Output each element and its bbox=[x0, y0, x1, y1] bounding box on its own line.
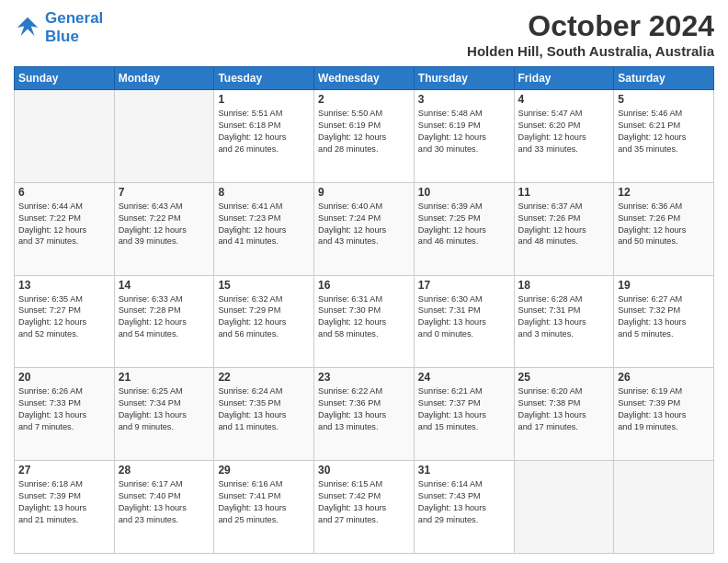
calendar-cell bbox=[614, 461, 714, 554]
day-number: 3 bbox=[418, 93, 510, 106]
cell-content: Sunrise: 6:31 AM Sunset: 7:30 PM Dayligh… bbox=[318, 293, 410, 341]
day-number: 28 bbox=[119, 464, 210, 477]
cell-content: Sunrise: 6:43 AM Sunset: 7:22 PM Dayligh… bbox=[119, 201, 210, 248]
cell-content: Sunrise: 6:21 AM Sunset: 7:37 PM Dayligh… bbox=[418, 385, 510, 433]
cell-content: Sunrise: 6:18 AM Sunset: 7:39 PM Dayligh… bbox=[18, 478, 110, 526]
calendar-cell: 5Sunrise: 5:46 AM Sunset: 6:21 PM Daylig… bbox=[614, 90, 714, 183]
cell-content: Sunrise: 6:27 AM Sunset: 7:32 PM Dayligh… bbox=[618, 293, 710, 341]
calendar-cell bbox=[114, 90, 214, 183]
weekday-header-thursday: Thursday bbox=[414, 67, 514, 90]
cell-content: Sunrise: 6:17 AM Sunset: 7:40 PM Dayligh… bbox=[119, 478, 210, 526]
day-number: 10 bbox=[418, 186, 510, 199]
weekday-header-row: SundayMondayTuesdayWednesdayThursdayFrid… bbox=[15, 67, 714, 90]
day-number: 29 bbox=[218, 464, 310, 477]
logo-icon bbox=[14, 14, 41, 41]
weekday-header-tuesday: Tuesday bbox=[214, 67, 314, 90]
cell-content: Sunrise: 6:39 AM Sunset: 7:25 PM Dayligh… bbox=[418, 201, 510, 248]
calendar-cell bbox=[15, 90, 115, 183]
location-title: Holden Hill, South Australia, Australia bbox=[467, 43, 714, 59]
cell-content: Sunrise: 5:51 AM Sunset: 6:18 PM Dayligh… bbox=[218, 108, 310, 155]
calendar-cell: 15Sunrise: 6:32 AM Sunset: 7:29 PM Dayli… bbox=[214, 275, 314, 368]
cell-content: Sunrise: 6:36 AM Sunset: 7:26 PM Dayligh… bbox=[618, 201, 710, 248]
calendar-cell: 6Sunrise: 6:44 AM Sunset: 7:22 PM Daylig… bbox=[15, 182, 115, 275]
calendar-week-1: 1Sunrise: 5:51 AM Sunset: 6:18 PM Daylig… bbox=[15, 90, 714, 183]
day-number: 30 bbox=[318, 464, 410, 477]
calendar-cell: 7Sunrise: 6:43 AM Sunset: 7:22 PM Daylig… bbox=[114, 182, 214, 275]
weekday-header-monday: Monday bbox=[114, 67, 214, 90]
calendar-cell: 8Sunrise: 6:41 AM Sunset: 7:23 PM Daylig… bbox=[214, 182, 314, 275]
day-number: 19 bbox=[618, 279, 710, 292]
cell-content: Sunrise: 6:32 AM Sunset: 7:29 PM Dayligh… bbox=[218, 293, 310, 341]
calendar-cell: 24Sunrise: 6:21 AM Sunset: 7:37 PM Dayli… bbox=[414, 368, 514, 461]
weekday-header-sunday: Sunday bbox=[15, 67, 115, 90]
day-number: 8 bbox=[218, 186, 310, 199]
cell-content: Sunrise: 6:16 AM Sunset: 7:41 PM Dayligh… bbox=[218, 478, 310, 526]
page: General Blue October 2024 Holden Hill, S… bbox=[0, 0, 728, 563]
day-number: 15 bbox=[218, 279, 310, 292]
calendar-cell: 25Sunrise: 6:20 AM Sunset: 7:38 PM Dayli… bbox=[514, 368, 614, 461]
cell-content: Sunrise: 6:41 AM Sunset: 7:23 PM Dayligh… bbox=[218, 201, 310, 248]
calendar-week-2: 6Sunrise: 6:44 AM Sunset: 7:22 PM Daylig… bbox=[15, 182, 714, 275]
weekday-header-saturday: Saturday bbox=[614, 67, 714, 90]
day-number: 27 bbox=[18, 464, 110, 477]
day-number: 23 bbox=[318, 371, 410, 384]
calendar-cell: 22Sunrise: 6:24 AM Sunset: 7:35 PM Dayli… bbox=[214, 368, 314, 461]
day-number: 26 bbox=[618, 371, 710, 384]
day-number: 20 bbox=[18, 371, 110, 384]
calendar-cell: 27Sunrise: 6:18 AM Sunset: 7:39 PM Dayli… bbox=[15, 461, 115, 554]
day-number: 11 bbox=[518, 186, 610, 199]
logo: General Blue bbox=[14, 9, 103, 47]
day-number: 17 bbox=[418, 279, 510, 292]
header: General Blue October 2024 Holden Hill, S… bbox=[14, 9, 714, 59]
cell-content: Sunrise: 6:30 AM Sunset: 7:31 PM Dayligh… bbox=[418, 293, 510, 341]
calendar-cell: 21Sunrise: 6:25 AM Sunset: 7:34 PM Dayli… bbox=[114, 368, 214, 461]
day-number: 7 bbox=[119, 186, 210, 199]
weekday-header-wednesday: Wednesday bbox=[314, 67, 415, 90]
day-number: 5 bbox=[618, 93, 710, 106]
month-title: October 2024 bbox=[467, 9, 714, 43]
calendar-week-3: 13Sunrise: 6:35 AM Sunset: 7:27 PM Dayli… bbox=[15, 275, 714, 368]
day-number: 24 bbox=[418, 371, 510, 384]
logo-general: General bbox=[45, 9, 103, 27]
calendar-cell: 14Sunrise: 6:33 AM Sunset: 7:28 PM Dayli… bbox=[114, 275, 214, 368]
svg-marker-0 bbox=[17, 17, 39, 36]
day-number: 1 bbox=[218, 93, 310, 106]
calendar-cell: 4Sunrise: 5:47 AM Sunset: 6:20 PM Daylig… bbox=[514, 90, 614, 183]
calendar-cell: 31Sunrise: 6:14 AM Sunset: 7:43 PM Dayli… bbox=[414, 461, 514, 554]
day-number: 16 bbox=[318, 279, 410, 292]
calendar-cell: 1Sunrise: 5:51 AM Sunset: 6:18 PM Daylig… bbox=[214, 90, 314, 183]
calendar-week-4: 20Sunrise: 6:26 AM Sunset: 7:33 PM Dayli… bbox=[15, 368, 714, 461]
title-block: October 2024 Holden Hill, South Australi… bbox=[467, 9, 714, 59]
day-number: 4 bbox=[518, 93, 610, 106]
day-number: 25 bbox=[518, 371, 610, 384]
cell-content: Sunrise: 6:35 AM Sunset: 7:27 PM Dayligh… bbox=[18, 293, 110, 341]
cell-content: Sunrise: 6:20 AM Sunset: 7:38 PM Dayligh… bbox=[518, 385, 610, 433]
cell-content: Sunrise: 5:47 AM Sunset: 6:20 PM Dayligh… bbox=[518, 108, 610, 155]
calendar-cell: 30Sunrise: 6:15 AM Sunset: 7:42 PM Dayli… bbox=[314, 461, 415, 554]
day-number: 18 bbox=[518, 279, 610, 292]
calendar-cell: 9Sunrise: 6:40 AM Sunset: 7:24 PM Daylig… bbox=[314, 182, 415, 275]
logo-blue: Blue bbox=[45, 28, 103, 46]
cell-content: Sunrise: 6:22 AM Sunset: 7:36 PM Dayligh… bbox=[318, 385, 410, 433]
cell-content: Sunrise: 6:25 AM Sunset: 7:34 PM Dayligh… bbox=[119, 385, 210, 433]
calendar-cell: 28Sunrise: 6:17 AM Sunset: 7:40 PM Dayli… bbox=[114, 461, 214, 554]
calendar-cell: 13Sunrise: 6:35 AM Sunset: 7:27 PM Dayli… bbox=[15, 275, 115, 368]
calendar-cell: 20Sunrise: 6:26 AM Sunset: 7:33 PM Dayli… bbox=[15, 368, 115, 461]
calendar-cell: 23Sunrise: 6:22 AM Sunset: 7:36 PM Dayli… bbox=[314, 368, 415, 461]
calendar-cell: 17Sunrise: 6:30 AM Sunset: 7:31 PM Dayli… bbox=[414, 275, 514, 368]
calendar-cell: 12Sunrise: 6:36 AM Sunset: 7:26 PM Dayli… bbox=[614, 182, 714, 275]
day-number: 31 bbox=[418, 464, 510, 477]
cell-content: Sunrise: 6:19 AM Sunset: 7:39 PM Dayligh… bbox=[618, 385, 710, 433]
day-number: 21 bbox=[119, 371, 210, 384]
day-number: 14 bbox=[119, 279, 210, 292]
cell-content: Sunrise: 6:33 AM Sunset: 7:28 PM Dayligh… bbox=[119, 293, 210, 341]
calendar-cell: 29Sunrise: 6:16 AM Sunset: 7:41 PM Dayli… bbox=[214, 461, 314, 554]
cell-content: Sunrise: 5:48 AM Sunset: 6:19 PM Dayligh… bbox=[418, 108, 510, 155]
calendar-cell: 3Sunrise: 5:48 AM Sunset: 6:19 PM Daylig… bbox=[414, 90, 514, 183]
calendar-table: SundayMondayTuesdayWednesdayThursdayFrid… bbox=[14, 66, 714, 554]
logo-text: General Blue bbox=[45, 9, 103, 47]
calendar-cell: 10Sunrise: 6:39 AM Sunset: 7:25 PM Dayli… bbox=[414, 182, 514, 275]
cell-content: Sunrise: 6:14 AM Sunset: 7:43 PM Dayligh… bbox=[418, 478, 510, 526]
calendar-cell: 16Sunrise: 6:31 AM Sunset: 7:30 PM Dayli… bbox=[314, 275, 415, 368]
cell-content: Sunrise: 6:24 AM Sunset: 7:35 PM Dayligh… bbox=[218, 385, 310, 433]
